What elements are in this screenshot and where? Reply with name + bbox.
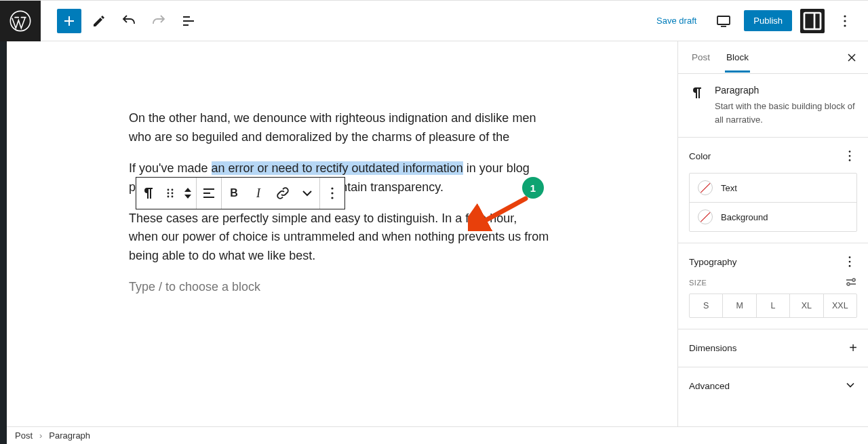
svg-point-5 <box>844 24 846 26</box>
close-sidebar-button[interactable] <box>841 47 863 68</box>
align-button[interactable] <box>197 178 221 209</box>
block-appender[interactable]: Type / to choose a block <box>129 278 549 297</box>
breadcrumb-current[interactable]: Paragraph <box>49 430 90 441</box>
size-l[interactable]: L <box>756 294 789 317</box>
selected-text: an error or need to rectify outdated inf… <box>212 161 463 175</box>
publish-button[interactable]: Publish <box>744 10 792 31</box>
svg-point-10 <box>167 196 170 198</box>
svg-point-18 <box>849 256 851 258</box>
move-up-down[interactable] <box>180 178 196 209</box>
tab-block[interactable]: Block <box>718 43 757 72</box>
size-settings-icon[interactable] <box>845 277 857 288</box>
wordpress-logo[interactable] <box>0 1 41 41</box>
text-color-button[interactable]: Text <box>690 174 856 202</box>
undo-button[interactable] <box>117 9 141 33</box>
svg-point-15 <box>849 150 851 153</box>
admin-menu-collapsed[interactable] <box>0 426 7 444</box>
redo-button[interactable] <box>146 9 171 33</box>
svg-point-13 <box>331 192 333 194</box>
size-m[interactable]: M <box>722 294 755 317</box>
bold-button[interactable]: B <box>222 178 246 209</box>
section-typography-heading: Typography <box>689 257 737 267</box>
svg-point-14 <box>331 197 333 199</box>
top-toolbar: Save draft Publish <box>0 0 868 41</box>
svg-rect-1 <box>717 16 730 24</box>
section-advanced-heading: Advanced <box>689 381 730 391</box>
size-label: SIZE <box>689 279 707 287</box>
color-text-label: Text <box>721 183 737 193</box>
add-block-button[interactable] <box>57 9 81 33</box>
svg-point-9 <box>172 193 174 195</box>
plus-icon[interactable]: + <box>849 340 857 356</box>
drag-handle-icon[interactable] <box>161 178 180 209</box>
more-rich-text-button[interactable] <box>295 178 319 209</box>
settings-sidebar: Post Block Paragraph Start with the basi… <box>677 41 868 426</box>
size-xxl[interactable]: XXL <box>823 294 856 317</box>
chevron-down-icon[interactable] <box>844 378 857 394</box>
paragraph-block[interactable]: These cases are perfectly simple and eas… <box>129 209 549 266</box>
svg-point-6 <box>167 189 170 191</box>
color-options-button[interactable] <box>842 148 857 163</box>
svg-point-11 <box>172 196 174 198</box>
svg-point-17 <box>849 159 851 161</box>
admin-menu-collapsed[interactable] <box>0 41 7 426</box>
tab-post[interactable]: Post <box>684 43 718 72</box>
size-s[interactable]: S <box>690 294 722 317</box>
color-bg-label: Background <box>721 212 768 222</box>
italic-button[interactable]: I <box>246 178 271 209</box>
section-color-heading: Color <box>689 151 711 161</box>
block-toolbar: B I <box>136 177 345 209</box>
section-dimensions-heading: Dimensions <box>689 343 737 353</box>
swatch-icon <box>698 209 713 224</box>
svg-point-20 <box>849 265 851 267</box>
breadcrumb: Post › Paragraph <box>0 426 868 444</box>
link-button[interactable] <box>271 178 295 209</box>
svg-point-7 <box>172 189 174 191</box>
more-options-button[interactable] <box>833 9 857 33</box>
svg-point-8 <box>167 193 170 195</box>
svg-rect-2 <box>804 13 821 29</box>
svg-point-3 <box>844 15 846 17</box>
paragraph-icon[interactable] <box>136 178 161 209</box>
save-draft-button[interactable]: Save draft <box>650 12 703 30</box>
document-overview-button[interactable] <box>176 9 201 33</box>
svg-point-12 <box>331 187 333 189</box>
typography-options-button[interactable] <box>842 254 857 269</box>
settings-sidebar-button[interactable] <box>800 9 825 33</box>
more-block-options-button[interactable] <box>320 178 344 209</box>
svg-point-19 <box>849 261 851 263</box>
block-title: Paragraph <box>715 85 857 96</box>
svg-point-21 <box>852 279 855 281</box>
text-segment: If you've made <box>129 161 212 175</box>
preview-button[interactable] <box>711 9 736 33</box>
svg-point-22 <box>847 283 850 285</box>
svg-point-16 <box>849 155 851 157</box>
svg-point-4 <box>844 20 846 22</box>
block-description: Start with the basic building block of a… <box>715 100 857 126</box>
paragraph-icon <box>689 85 705 126</box>
size-xl[interactable]: XL <box>789 294 823 317</box>
edit-mode-button[interactable] <box>87 9 111 33</box>
editor-canvas[interactable]: On the other hand, we denounce with righ… <box>7 41 677 426</box>
swatch-icon <box>698 180 713 195</box>
background-color-button[interactable]: Background <box>690 202 856 231</box>
breadcrumb-root[interactable]: Post <box>15 430 33 441</box>
chevron-right-icon: › <box>39 430 42 441</box>
paragraph-block[interactable]: On the other hand, we denounce with righ… <box>129 109 549 147</box>
